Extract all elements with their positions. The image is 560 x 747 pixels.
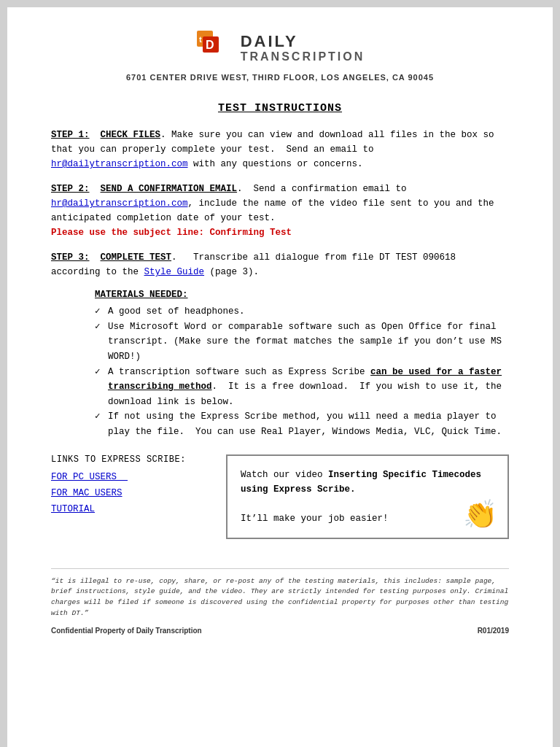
list-item: A transcription software such as Express… xyxy=(95,365,509,410)
pc-users-link[interactable]: FOR PC USERS xyxy=(51,472,211,482)
links-label: LINKS TO EXPRESS SCRIBE: xyxy=(51,454,211,465)
materials-list: A good set of headphones. Use Microsoft … xyxy=(95,304,509,440)
step-1-label: STEP 1: xyxy=(51,130,90,140)
step-2-email-link[interactable]: hr@dailytranscription.com xyxy=(51,198,188,209)
header: D t DAILY TRANSCRIPTION 6701 CENTER DRIV… xyxy=(51,29,509,95)
logo-icon: D t xyxy=(195,29,233,67)
footer-left: Confidential Property of Daily Transcrip… xyxy=(51,627,202,635)
logo-transcription-label: TRANSCRIPTION xyxy=(241,50,365,63)
links-left: LINKS TO EXPRESS SCRIBE: FOR PC USERS FO… xyxy=(51,454,211,539)
clap-emoji: 👏 xyxy=(463,503,497,530)
svg-text:t: t xyxy=(199,35,202,44)
express-box-text: Watch our video Inserting Specific Timec… xyxy=(241,468,494,526)
express-scribe-emphasis: can be used for a faster transcribing me… xyxy=(108,367,502,392)
list-item: Use Microsoft Word or comparable softwar… xyxy=(95,320,509,365)
step-3-highlight: COMPLETE TEST xyxy=(101,252,172,263)
footer-bar: Confidential Property of Daily Transcrip… xyxy=(51,627,509,635)
confirmation-line: Please use the subject line: Confirming … xyxy=(51,228,292,238)
logo-text: DAILY TRANSCRIPTION xyxy=(241,33,365,63)
logo-area: D t DAILY TRANSCRIPTION xyxy=(195,29,365,67)
logo-daily-label: DAILY xyxy=(241,33,365,50)
list-item: If not using the Express Scribe method, … xyxy=(95,409,509,439)
express-scribe-box: Watch our video Inserting Specific Timec… xyxy=(226,454,509,539)
footer-disclaimer: “it is illegal to re-use, copy, share, o… xyxy=(51,568,509,619)
tutorial-link[interactable]: TUTORIAL xyxy=(51,504,211,514)
step-2-block: STEP 2: SEND A CONFIRMATION EMAIL. Send … xyxy=(51,182,509,240)
page-title: TEST INSTRUCTIONS xyxy=(51,102,509,115)
svg-text:D: D xyxy=(206,39,214,51)
list-item: A good set of headphones. xyxy=(95,304,509,320)
step-1-highlight: CHECK FILES xyxy=(101,130,161,140)
step-2-label: STEP 2: xyxy=(51,184,90,194)
step-2-highlight: SEND A CONFIRMATION EMAIL xyxy=(101,184,238,194)
materials-title: MATERIALS NEEDED: xyxy=(95,290,509,300)
style-guide-link[interactable]: Style Guide xyxy=(144,267,205,277)
express-box-bold: Inserting Specific Timecodes using Expre… xyxy=(241,470,481,495)
step-3-block: STEP 3: COMPLETE TEST. Transcribe all di… xyxy=(51,250,509,279)
materials-section: MATERIALS NEEDED: A good set of headphon… xyxy=(51,290,509,440)
footer-right: R01/2019 xyxy=(478,627,509,635)
mac-users-link[interactable]: FOR MAC USERS xyxy=(51,488,211,498)
page: D t DAILY TRANSCRIPTION 6701 CENTER DRIV… xyxy=(7,7,553,747)
step-1-email-link[interactable]: hr@dailytranscription.com xyxy=(51,159,188,169)
step-1-block: STEP 1: CHECK FILES. Make sure you can v… xyxy=(51,128,509,171)
address: 6701 CENTER DRIVE WEST, THIRD FLOOR, LOS… xyxy=(126,73,434,82)
step-3-label: STEP 3: xyxy=(51,252,90,263)
links-box-row: LINKS TO EXPRESS SCRIBE: FOR PC USERS FO… xyxy=(51,454,509,539)
